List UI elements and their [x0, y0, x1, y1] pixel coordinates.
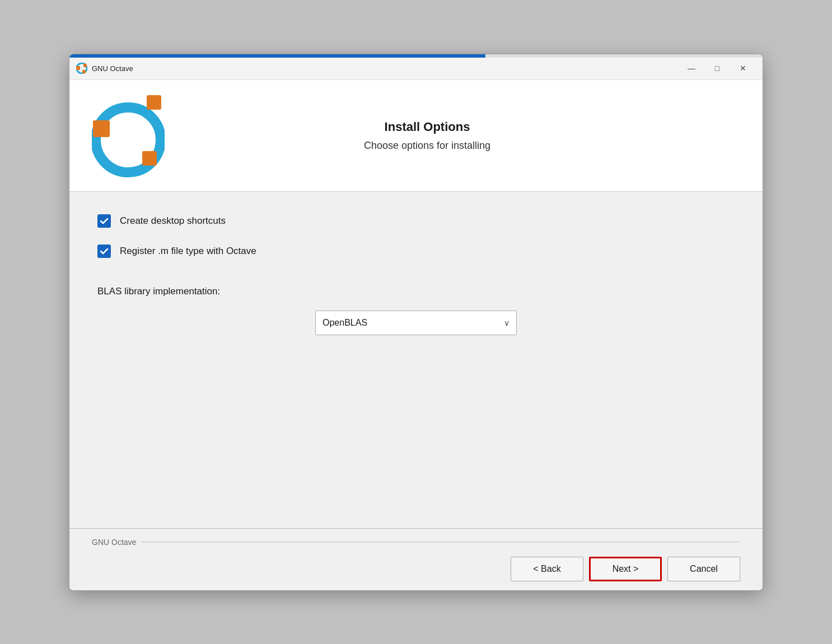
- svg-rect-5: [93, 120, 110, 137]
- header-panel: Install Options Choose options for insta…: [69, 80, 763, 192]
- blas-dropdown-wrapper: OpenBLAS ∨: [97, 311, 735, 335]
- maximize-button[interactable]: □: [704, 59, 730, 77]
- window-title: GNU Octave: [92, 64, 679, 73]
- main-content: Create desktop shortcuts Register .m fil…: [69, 192, 763, 528]
- footer-brand: GNU Octave: [92, 538, 136, 547]
- app-logo: [92, 90, 165, 179]
- window-controls: — □ ✕: [679, 59, 756, 77]
- footer-buttons: < Back Next > Cancel: [92, 557, 740, 581]
- svg-rect-2: [83, 64, 87, 67]
- svg-rect-3: [82, 70, 86, 73]
- progress-strip: [69, 54, 763, 58]
- footer-line: [142, 542, 740, 542]
- checkbox-row-2: Register .m file type with Octave: [97, 245, 735, 258]
- minimize-button[interactable]: —: [679, 59, 704, 77]
- logo-container: [92, 90, 170, 181]
- checkbox-desktop-shortcuts[interactable]: [97, 214, 111, 228]
- progress-fill: [69, 54, 485, 58]
- header-text: Install Options Choose options for insta…: [170, 120, 740, 152]
- footer: GNU Octave < Back Next > Cancel: [69, 528, 763, 590]
- checkbox-row-1: Create desktop shortcuts: [97, 214, 735, 228]
- next-button[interactable]: Next >: [589, 557, 662, 581]
- cancel-button[interactable]: Cancel: [667, 557, 740, 581]
- blas-label: BLAS library implementation:: [97, 286, 735, 297]
- header-title: Install Options: [170, 120, 684, 134]
- checkbox-file-type-label: Register .m file type with Octave: [120, 246, 256, 257]
- back-button[interactable]: < Back: [511, 557, 583, 581]
- installer-window: GNU Octave — □ ✕ Install Options Choose …: [69, 54, 763, 591]
- footer-divider-row: GNU Octave: [92, 538, 740, 547]
- svg-rect-7: [142, 151, 157, 166]
- checkbox-file-type[interactable]: [97, 245, 111, 258]
- chevron-down-icon: ∨: [504, 318, 510, 327]
- blas-section: BLAS library implementation: OpenBLAS ∨: [97, 286, 735, 335]
- svg-rect-6: [147, 95, 161, 110]
- checkbox-desktop-shortcuts-label: Create desktop shortcuts: [120, 215, 226, 227]
- svg-rect-1: [76, 66, 80, 70]
- blas-dropdown[interactable]: OpenBLAS ∨: [315, 311, 517, 335]
- close-button[interactable]: ✕: [730, 59, 756, 77]
- title-bar: GNU Octave — □ ✕: [69, 58, 763, 80]
- header-subtitle: Choose options for installing: [170, 140, 684, 152]
- app-icon: [76, 63, 87, 74]
- blas-dropdown-value: OpenBLAS: [322, 318, 367, 328]
